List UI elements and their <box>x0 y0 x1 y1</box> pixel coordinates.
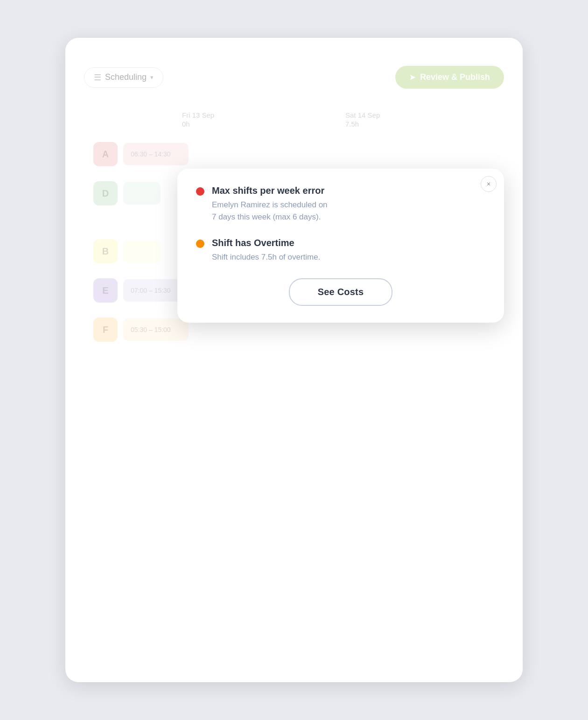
see-costs-label: See Costs <box>318 287 364 297</box>
main-card: ☰ Scheduling ▾ ➤ Review & Publish Fri 13… <box>65 38 523 682</box>
close-button[interactable]: × <box>481 176 497 192</box>
error-popup: × Max shifts per week error Emelyn Ramir… <box>177 169 504 323</box>
close-icon: × <box>487 180 490 188</box>
alert-item-overtime: Shift has Overtime Shift includes 7.5h o… <box>196 238 485 263</box>
alert-title-overtime: Shift has Overtime <box>212 238 320 248</box>
alert-desc-overtime: Shift includes 7.5h of overtime. <box>212 251 320 263</box>
backdrop-overlay <box>65 38 523 682</box>
alert-desc-max-shifts: Emelyn Ramirez is scheduled on7 days thi… <box>212 199 328 223</box>
warning-dot-icon <box>196 240 204 248</box>
see-costs-button[interactable]: See Costs <box>289 278 393 306</box>
error-dot-icon <box>196 187 204 196</box>
alert-item-max-shifts: Max shifts per week error Emelyn Ramirez… <box>196 185 485 223</box>
alert-content: Max shifts per week error Emelyn Ramirez… <box>212 185 328 223</box>
alert-title-max-shifts: Max shifts per week error <box>212 185 328 196</box>
alert-content-overtime: Shift has Overtime Shift includes 7.5h o… <box>212 238 320 263</box>
